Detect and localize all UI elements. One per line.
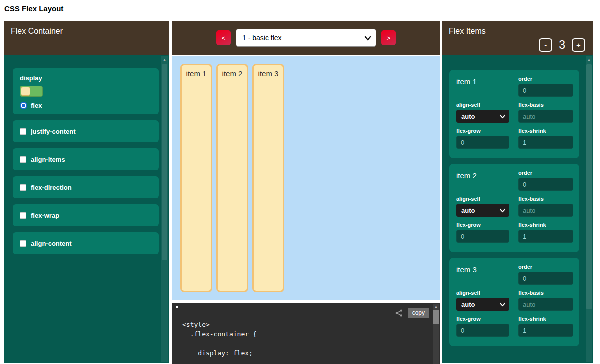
example-select[interactable]: 1 - basic flex xyxy=(236,30,376,46)
item-3-flex-grow-field: flex-grow xyxy=(456,316,509,337)
item-2-flex-basis-input[interactable] xyxy=(518,204,573,217)
item-1-flex-grow-input[interactable] xyxy=(456,136,509,149)
item-3-flex-basis-field: flex-basis xyxy=(518,290,573,311)
item-2-align-self-select[interactable]: auto xyxy=(456,204,509,217)
display-toggle[interactable] xyxy=(20,86,43,97)
flex-items-header: Flex Items - 3 + xyxy=(442,21,593,55)
toggle-knob xyxy=(21,87,30,96)
item-3-order-input[interactable] xyxy=(518,272,573,285)
flex-wrap-card: flex-wrap xyxy=(13,204,159,226)
align-items-label: align-items xyxy=(31,156,65,164)
flex-container-panel: Flex Container display flex justify-cont… xyxy=(4,21,169,364)
item-2-title: item 2 xyxy=(456,170,509,191)
item-2-align-self-field: align-self auto xyxy=(456,196,509,217)
item-1-flex-basis-field: flex-basis xyxy=(518,102,573,123)
flex-shrink-label: flex-shrink xyxy=(518,222,573,228)
code-panel: copy <style> .flex-container { display: … xyxy=(172,303,440,364)
item-3-align-self-field: align-self auto xyxy=(456,290,509,311)
item-2-flex-shrink-input[interactable] xyxy=(518,230,573,243)
justify-content-card: justify-content xyxy=(13,120,159,142)
flex-basis-label: flex-basis xyxy=(518,196,573,202)
item-2-order-field: order xyxy=(518,170,573,191)
order-label: order xyxy=(518,76,573,82)
code-scrollbar[interactable]: ▲ xyxy=(433,304,439,364)
copy-button[interactable]: copy xyxy=(408,308,429,318)
item-2-flex-grow-field: flex-grow xyxy=(456,222,509,243)
item-1-order-input[interactable] xyxy=(518,84,573,97)
item-3-flex-grow-input[interactable] xyxy=(456,324,509,337)
item-3-align-self-select[interactable]: auto xyxy=(456,298,509,311)
scrollbar-thumb[interactable] xyxy=(433,310,439,324)
bullet-dot xyxy=(176,306,178,308)
item-1-flex-shrink-field: flex-shrink xyxy=(518,128,573,149)
align-content-checkbox[interactable] xyxy=(20,240,26,247)
item-1-align-self-wrap: auto xyxy=(456,110,509,123)
add-item-button[interactable]: + xyxy=(572,38,585,52)
scrollbar-thumb[interactable] xyxy=(586,64,592,310)
page-title: CSS Flex Layout xyxy=(4,4,63,13)
preview-column: < 1 - basic flex > item 1 item 2 item 3 … xyxy=(172,21,440,364)
align-content-label: align-content xyxy=(31,240,72,248)
playground-item-3: item 3 xyxy=(252,64,284,292)
item-1-flex-grow-field: flex-grow xyxy=(456,128,509,149)
item-2-card: item 2 order align-self auto flex-basis xyxy=(449,164,579,252)
flex-direction-card: flex-direction xyxy=(13,176,159,198)
align-items-checkbox[interactable] xyxy=(20,156,26,163)
item-1-align-self-select[interactable]: auto xyxy=(456,110,509,123)
item-3-flex-basis-input[interactable] xyxy=(518,298,573,311)
prev-example-button[interactable]: < xyxy=(216,30,231,46)
flex-radio-label: flex xyxy=(31,102,42,110)
scroll-up-icon[interactable]: ▲ xyxy=(433,305,439,309)
flex-playground: item 1 item 2 item 3 xyxy=(172,56,440,300)
example-nav-header: < 1 - basic flex > xyxy=(172,21,440,55)
flex-grow-label: flex-grow xyxy=(456,128,509,134)
flex-items-title: Flex Items xyxy=(449,27,486,36)
item-1-flex-basis-input[interactable] xyxy=(518,110,573,123)
flex-items-scrollbar[interactable]: ▲ xyxy=(586,56,592,362)
align-self-label: align-self xyxy=(456,102,509,108)
scrollbar-thumb[interactable] xyxy=(162,64,167,260)
flex-grow-label: flex-grow xyxy=(456,316,509,322)
flex-wrap-label: flex-wrap xyxy=(31,212,59,220)
flex-grow-label: flex-grow xyxy=(456,222,509,228)
next-example-button[interactable]: > xyxy=(381,30,396,46)
order-label: order xyxy=(518,170,573,176)
item-3-flex-shrink-input[interactable] xyxy=(518,324,573,337)
scroll-up-icon[interactable]: ▲ xyxy=(586,58,592,62)
item-3-card: item 3 order align-self auto flex-basis xyxy=(449,258,579,346)
item-2-order-input[interactable] xyxy=(518,178,573,191)
flex-items-panel: Flex Items - 3 + item 1 order align-self… xyxy=(442,21,593,364)
order-label: order xyxy=(518,264,573,270)
item-2-flex-basis-field: flex-basis xyxy=(518,196,573,217)
item-1-card: item 1 order align-self auto flex-basis xyxy=(449,70,579,158)
remove-item-button[interactable]: - xyxy=(539,38,552,52)
item-1-align-self-field: align-self auto xyxy=(456,102,509,123)
flex-container-header: Flex Container xyxy=(4,21,169,55)
flex-radio[interactable] xyxy=(20,102,27,110)
align-self-label: align-self xyxy=(456,196,509,202)
flex-direction-checkbox[interactable] xyxy=(20,184,26,191)
item-1-flex-shrink-input[interactable] xyxy=(518,136,573,149)
playground-item-1: item 1 xyxy=(180,64,212,292)
share-icon[interactable] xyxy=(395,309,403,318)
flex-shrink-label: flex-shrink xyxy=(518,128,573,134)
flex-container-scrollbar[interactable]: ▲ xyxy=(161,56,168,362)
flex-container-title: Flex Container xyxy=(11,27,63,36)
flex-shrink-label: flex-shrink xyxy=(518,316,573,322)
flex-basis-label: flex-basis xyxy=(518,102,573,108)
justify-content-label: justify-content xyxy=(31,128,76,136)
display-option-card: display flex xyxy=(13,68,159,114)
item-2-align-self-wrap: auto xyxy=(456,204,509,217)
flex-direction-label: flex-direction xyxy=(31,184,72,192)
item-3-title: item 3 xyxy=(456,264,509,285)
align-self-label: align-self xyxy=(456,290,509,296)
item-1-order-field: order xyxy=(518,76,573,97)
item-1-title: item 1 xyxy=(456,76,509,97)
flex-radio-row: flex xyxy=(20,102,152,110)
code-controls: copy xyxy=(395,308,429,318)
scroll-up-icon[interactable]: ▲ xyxy=(161,58,168,62)
flex-wrap-checkbox[interactable] xyxy=(20,212,26,219)
item-2-flex-grow-input[interactable] xyxy=(456,230,509,243)
align-items-card: align-items xyxy=(13,148,159,170)
justify-content-checkbox[interactable] xyxy=(20,128,26,135)
